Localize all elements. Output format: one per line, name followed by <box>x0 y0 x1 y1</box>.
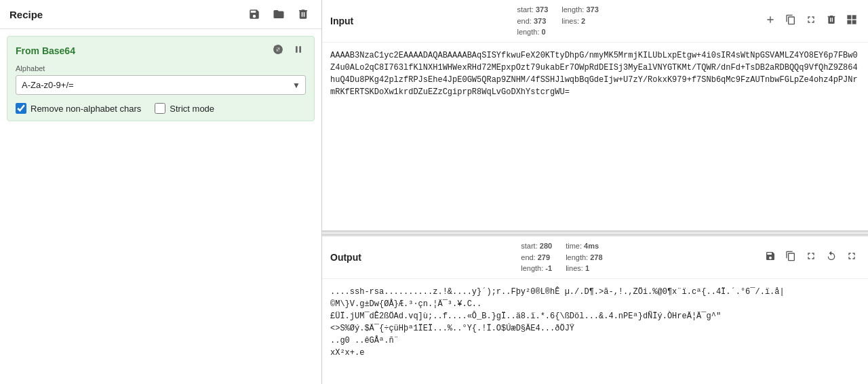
card-title: From Base64 <box>16 45 75 56</box>
output-header: Output start: 280 end: 279 length: -1 ti… <box>322 236 868 279</box>
input-stats: start: 373 end: 373 length: 0 length: 37… <box>517 4 598 38</box>
input-copy-button[interactable] <box>783 13 799 28</box>
left-panel: Recipe From Base64 Al <box>0 0 322 384</box>
alphabet-label: Alphabet <box>16 64 306 72</box>
svg-rect-2 <box>847 16 851 20</box>
recipe-title: Recipe <box>9 9 43 20</box>
input-stats-right: length: 373 lines: 2 <box>561 4 598 38</box>
from-base64-card: From Base64 Alphabet A-Za-z0-9+/= URL sa… <box>7 36 315 121</box>
save-icon <box>248 8 260 20</box>
save-icon <box>765 251 776 261</box>
open-recipe-button[interactable] <box>270 7 288 22</box>
output-actions <box>762 249 860 265</box>
checkboxes-row: Remove non-alphabet chars Strict mode <box>16 103 306 114</box>
input-delete-button[interactable] <box>823 13 840 28</box>
input-expand-button[interactable] <box>803 13 819 28</box>
panel-icon <box>846 14 857 25</box>
output-length2: length: 278 <box>566 252 602 263</box>
copy-icon <box>785 251 796 261</box>
card-header-icons <box>271 43 306 58</box>
output-title: Output <box>330 252 361 263</box>
expand-icon <box>806 251 816 261</box>
output-lines: lines: 1 <box>566 263 602 274</box>
pause-button[interactable] <box>291 43 306 58</box>
alphabet-select[interactable]: A-Za-z0-9+/= URL safe Custom <box>16 75 306 95</box>
output-expand-button[interactable] <box>803 249 819 265</box>
input-section: Input start: 373 end: 373 length: 0 leng… <box>322 0 868 231</box>
output-undo-button[interactable] <box>823 249 840 265</box>
plus-icon <box>765 14 776 25</box>
output-stats-right: time: 4ms length: 278 lines: 1 <box>566 240 602 274</box>
expand-icon <box>806 14 816 25</box>
output-time: time: 4ms <box>566 240 602 252</box>
input-add-button[interactable] <box>762 13 778 28</box>
alphabet-select-wrapper: A-Za-z0-9+/= URL safe Custom ▼ <box>16 75 306 95</box>
recipe-header: Recipe <box>0 0 321 29</box>
disable-button[interactable] <box>271 43 285 58</box>
input-panel-button[interactable] <box>844 13 860 28</box>
input-lines: lines: 2 <box>561 16 598 27</box>
output-length: length: -1 <box>521 263 552 274</box>
output-stats: start: 280 end: 279 length: -1 time: 4ms… <box>521 240 602 274</box>
input-content[interactable]: AAAAB3NzaC1yc2EAAAADAQABAAAABAqSISYfkwuF… <box>322 43 868 231</box>
save-recipe-button[interactable] <box>245 7 263 22</box>
output-save-button[interactable] <box>762 249 778 265</box>
delete-recipe-button[interactable] <box>294 7 312 22</box>
output-start: start: 280 <box>521 240 552 252</box>
trash-icon <box>297 8 309 20</box>
output-end: end: 279 <box>521 252 552 263</box>
input-length2: length: 373 <box>561 4 598 16</box>
recipe-icons <box>245 7 312 22</box>
remove-nonalpha-checkbox[interactable] <box>16 103 26 114</box>
input-title: Input <box>330 16 353 26</box>
output-stats-left: start: 280 end: 279 length: -1 <box>521 240 552 274</box>
input-start: start: 373 <box>517 4 548 16</box>
svg-rect-5 <box>852 20 856 24</box>
output-fullscreen-button[interactable] <box>844 249 860 265</box>
remove-nonalpha-checkbox-item[interactable]: Remove non-alphabet chars <box>16 103 141 114</box>
output-section: Output start: 280 end: 279 length: -1 ti… <box>322 235 868 384</box>
strict-mode-label: Strict mode <box>170 104 214 114</box>
input-length: length: 0 <box>517 26 548 38</box>
card-header: From Base64 <box>16 43 306 58</box>
remove-nonalpha-label: Remove non-alphabet chars <box>31 104 141 114</box>
input-actions <box>762 13 860 28</box>
fullscreen-icon <box>846 251 857 261</box>
strict-mode-checkbox-item[interactable]: Strict mode <box>155 103 214 114</box>
disable-icon <box>273 44 283 55</box>
copy-icon <box>785 14 796 25</box>
input-end: end: 373 <box>517 16 548 27</box>
strict-mode-checkbox[interactable] <box>155 103 165 114</box>
folder-icon <box>273 8 285 20</box>
delete-icon <box>826 14 837 25</box>
svg-rect-3 <box>852 16 856 20</box>
output-content: ....ssh-rsa..........z.!&....y}´);r..Fþy… <box>322 279 868 385</box>
svg-rect-4 <box>847 20 851 24</box>
right-panel: Input start: 373 end: 373 length: 0 leng… <box>322 0 868 384</box>
pause-icon <box>293 44 304 55</box>
input-header: Input start: 373 end: 373 length: 0 leng… <box>322 0 868 43</box>
output-copy-button[interactable] <box>783 249 799 265</box>
input-stats-left: start: 373 end: 373 length: 0 <box>517 4 548 38</box>
undo-icon <box>826 251 837 261</box>
